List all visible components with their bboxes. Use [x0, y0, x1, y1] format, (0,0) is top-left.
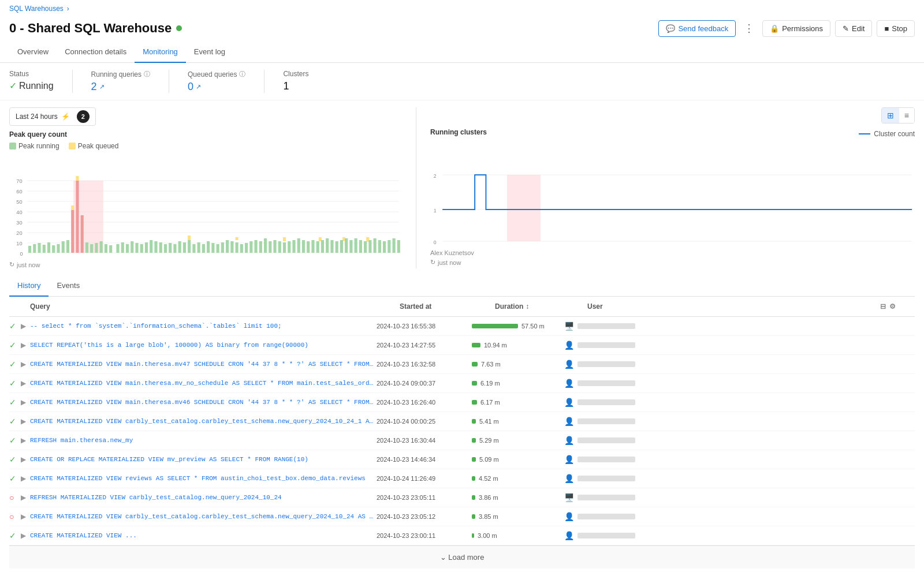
col-header-started: Started at	[400, 302, 495, 311]
more-options-icon[interactable]: ⋮	[740, 20, 758, 37]
stop-button[interactable]: ■ Stop	[877, 20, 915, 37]
external-link-icon-queued[interactable]: ↗	[196, 83, 201, 91]
settings-icon[interactable]: ⚙	[889, 302, 896, 311]
svg-rect-18	[33, 244, 36, 253]
info-icon-running[interactable]: ⓘ	[144, 70, 150, 78]
row-expand-icon[interactable]: ▶	[21, 398, 30, 406]
svg-rect-92	[349, 240, 352, 253]
svg-rect-42	[140, 244, 143, 253]
load-more-button[interactable]: ⌄ Load more	[9, 545, 915, 568]
permissions-button[interactable]: 🔒 Permissions	[762, 20, 830, 37]
svg-text:21:00: 21:00	[586, 246, 598, 247]
svg-rect-93	[355, 238, 357, 253]
row-expand-icon[interactable]: ▶	[21, 474, 30, 483]
svg-rect-32	[100, 241, 103, 253]
svg-rect-49	[173, 244, 176, 253]
svg-rect-95	[364, 241, 367, 253]
edit-button[interactable]: ✎ Edit	[835, 20, 872, 37]
row-started-at: 2024-10-24 00:00:25	[377, 418, 472, 425]
cluster-legend: Cluster count	[859, 130, 915, 138]
table-row: ✓ ▶ REFRESH main.theresa.new_my 2024-10-…	[9, 431, 915, 450]
row-query-text[interactable]: CREATE MATERIALIZED VIEW carbly_test_cat…	[30, 513, 377, 520]
svg-rect-63	[240, 244, 243, 253]
col-header-duration[interactable]: Duration ↕	[495, 302, 587, 311]
svg-rect-94	[359, 240, 362, 253]
svg-rect-66	[254, 240, 257, 253]
svg-text:50: 50	[16, 199, 22, 205]
row-query-text[interactable]: CREATE MATERIALIZED VIEW reviews AS SELE…	[30, 475, 377, 482]
svg-rect-89	[336, 241, 338, 253]
tab-overview[interactable]: Overview	[9, 42, 57, 63]
svg-rect-39	[126, 244, 129, 253]
row-query-text[interactable]: REFRESH MATERIALIZED VIEW carbly_test_ca…	[30, 494, 377, 501]
row-expand-icon[interactable]: ▶	[21, 493, 30, 502]
table-row: ✓ ▶ CREATE MATERIALIZED VIEW ... 2024-10…	[9, 526, 915, 545]
row-query-text[interactable]: CREATE MATERIALIZED VIEW ...	[30, 532, 377, 539]
svg-text:10: 10	[16, 241, 22, 246]
section-tabs: History Events	[9, 275, 915, 297]
breadcrumb-link-sql-warehouses[interactable]: SQL Warehouses	[9, 5, 64, 13]
row-expand-icon[interactable]: ▶	[21, 513, 30, 521]
external-link-icon-running[interactable]: ↗	[99, 83, 105, 91]
row-expand-icon[interactable]: ▶	[21, 417, 30, 425]
filter-icon[interactable]: ⊟	[880, 302, 886, 311]
send-feedback-button[interactable]: 💬 Send feedback	[658, 20, 736, 37]
svg-text:18:00: 18:00	[85, 257, 98, 259]
breadcrumb-sep: ›	[67, 5, 69, 13]
list-view-button[interactable]: ≡	[899, 108, 914, 123]
tab-history[interactable]: History	[9, 275, 49, 297]
info-icon-queued[interactable]: ⓘ	[239, 70, 245, 78]
row-status-icon: ○	[9, 493, 21, 502]
grid-view-button[interactable]: ⊞	[882, 108, 899, 123]
row-expand-icon[interactable]: ▶	[21, 379, 30, 387]
row-query-text[interactable]: -- select * from `system`.`information_s…	[30, 323, 377, 330]
col-header-user: User	[587, 302, 880, 311]
legend-peak-queued: Peak queued	[69, 142, 119, 150]
row-duration: 3.85 m	[472, 513, 564, 520]
peak-query-chart: 0 10 20 30 40 50 60 70	[9, 155, 402, 259]
row-query-text[interactable]: SELECT REPEAT('this is a large blob', 10…	[30, 342, 377, 349]
row-query-text[interactable]: REFRESH main.theresa.new_my	[30, 437, 377, 444]
row-query-text[interactable]: CREATE MATERIALIZED VIEW main.theresa.mv…	[30, 399, 377, 406]
user-icon: 👤	[564, 360, 574, 369]
svg-rect-41	[135, 243, 138, 253]
row-expand-icon[interactable]: ▶	[21, 360, 30, 368]
row-query-text[interactable]: CREATE MATERIALIZED VIEW main.theresa.mv…	[30, 380, 377, 387]
sort-icon[interactable]: ↕	[526, 302, 529, 311]
svg-rect-36	[76, 176, 79, 181]
svg-rect-46	[159, 242, 162, 253]
user-icon: 🖥️	[564, 321, 574, 331]
col-header-query: Query	[30, 302, 400, 311]
svg-rect-40	[131, 241, 133, 253]
svg-rect-57	[211, 243, 214, 253]
row-expand-icon[interactable]: ▶	[21, 436, 30, 444]
row-query-text[interactable]: CREATE MATERIALIZED VIEW carbly_test_cat…	[30, 418, 377, 425]
row-query-text[interactable]: CREATE MATERIALIZED VIEW main.theresa.mv…	[30, 361, 377, 368]
tab-event-log[interactable]: Event log	[186, 42, 233, 63]
time-selector[interactable]: Last 24 hours ⚡ 2	[9, 107, 96, 126]
svg-rect-23	[57, 244, 59, 253]
row-expand-icon[interactable]: ▶	[21, 532, 30, 540]
row-status-icon: ✓	[9, 341, 21, 350]
svg-rect-85	[316, 241, 319, 253]
tab-events[interactable]: Events	[49, 275, 88, 297]
row-query-text[interactable]: CREATE OR REPLACE MATERIALIZED VIEW mv_p…	[30, 456, 377, 463]
row-status-icon: ✓	[9, 398, 21, 407]
user-icon: 👤	[564, 379, 574, 388]
table-row: ✓ ▶ -- select * from `system`.`informati…	[9, 317, 915, 336]
row-user: 👤	[564, 379, 915, 388]
col-header-actions: ⊟ ⚙	[880, 302, 915, 311]
row-status-icon: ✓	[9, 474, 21, 483]
lock-icon: 🔒	[770, 24, 779, 33]
row-duration: 3.00 m	[472, 532, 564, 539]
row-expand-icon[interactable]: ▶	[21, 455, 30, 463]
svg-rect-69	[269, 241, 271, 253]
tab-monitoring[interactable]: Monitoring	[135, 42, 186, 63]
tab-connection-details[interactable]: Connection details	[57, 42, 135, 63]
page-title: 0 - Shared SQL Warehouse	[9, 21, 172, 36]
row-expand-icon[interactable]: ▶	[21, 341, 30, 349]
svg-rect-56	[207, 241, 210, 253]
user-icon: 👤	[564, 341, 574, 350]
row-expand-icon[interactable]: ▶	[21, 322, 30, 330]
svg-rect-27	[76, 181, 79, 253]
